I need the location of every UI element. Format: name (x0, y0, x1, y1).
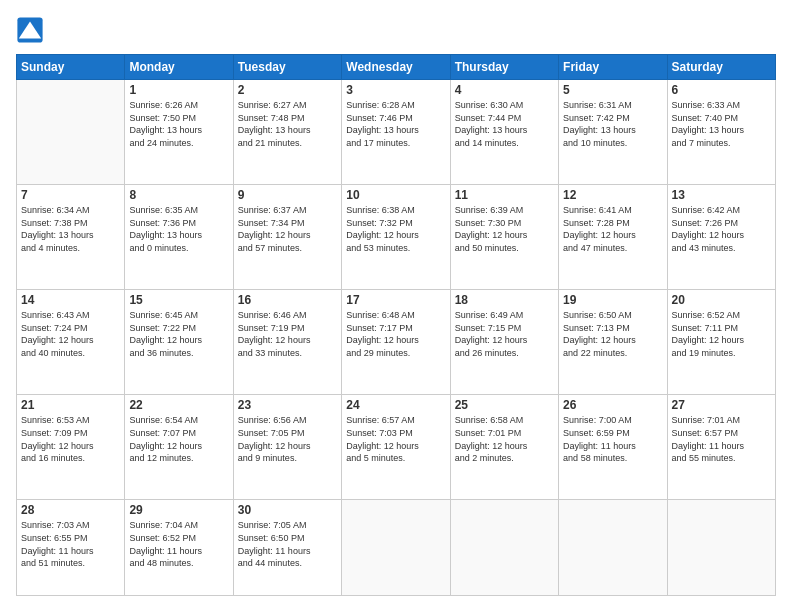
calendar-cell: 30Sunrise: 7:05 AM Sunset: 6:50 PM Dayli… (233, 500, 341, 596)
day-number: 16 (238, 293, 337, 307)
day-number: 29 (129, 503, 228, 517)
calendar-cell (450, 500, 558, 596)
calendar-cell: 29Sunrise: 7:04 AM Sunset: 6:52 PM Dayli… (125, 500, 233, 596)
calendar-cell: 24Sunrise: 6:57 AM Sunset: 7:03 PM Dayli… (342, 395, 450, 500)
day-number: 23 (238, 398, 337, 412)
day-info: Sunrise: 6:28 AM Sunset: 7:46 PM Dayligh… (346, 99, 445, 149)
day-info: Sunrise: 6:38 AM Sunset: 7:32 PM Dayligh… (346, 204, 445, 254)
day-info: Sunrise: 6:53 AM Sunset: 7:09 PM Dayligh… (21, 414, 120, 464)
calendar-cell: 17Sunrise: 6:48 AM Sunset: 7:17 PM Dayli… (342, 290, 450, 395)
calendar-cell: 13Sunrise: 6:42 AM Sunset: 7:26 PM Dayli… (667, 185, 775, 290)
day-number: 20 (672, 293, 771, 307)
calendar-cell: 6Sunrise: 6:33 AM Sunset: 7:40 PM Daylig… (667, 80, 775, 185)
day-info: Sunrise: 6:33 AM Sunset: 7:40 PM Dayligh… (672, 99, 771, 149)
calendar-cell: 23Sunrise: 6:56 AM Sunset: 7:05 PM Dayli… (233, 395, 341, 500)
logo (16, 16, 48, 44)
calendar-cell: 8Sunrise: 6:35 AM Sunset: 7:36 PM Daylig… (125, 185, 233, 290)
day-number: 19 (563, 293, 662, 307)
calendar-cell: 14Sunrise: 6:43 AM Sunset: 7:24 PM Dayli… (17, 290, 125, 395)
day-info: Sunrise: 6:39 AM Sunset: 7:30 PM Dayligh… (455, 204, 554, 254)
day-info: Sunrise: 6:50 AM Sunset: 7:13 PM Dayligh… (563, 309, 662, 359)
day-number: 2 (238, 83, 337, 97)
day-info: Sunrise: 7:04 AM Sunset: 6:52 PM Dayligh… (129, 519, 228, 569)
day-number: 11 (455, 188, 554, 202)
day-info: Sunrise: 6:43 AM Sunset: 7:24 PM Dayligh… (21, 309, 120, 359)
day-number: 26 (563, 398, 662, 412)
calendar-cell (342, 500, 450, 596)
day-info: Sunrise: 6:41 AM Sunset: 7:28 PM Dayligh… (563, 204, 662, 254)
day-number: 15 (129, 293, 228, 307)
calendar-cell: 3Sunrise: 6:28 AM Sunset: 7:46 PM Daylig… (342, 80, 450, 185)
col-header-wednesday: Wednesday (342, 55, 450, 80)
day-info: Sunrise: 6:30 AM Sunset: 7:44 PM Dayligh… (455, 99, 554, 149)
col-header-thursday: Thursday (450, 55, 558, 80)
calendar-cell (667, 500, 775, 596)
day-number: 1 (129, 83, 228, 97)
calendar-cell: 11Sunrise: 6:39 AM Sunset: 7:30 PM Dayli… (450, 185, 558, 290)
calendar-cell: 1Sunrise: 6:26 AM Sunset: 7:50 PM Daylig… (125, 80, 233, 185)
day-number: 18 (455, 293, 554, 307)
day-info: Sunrise: 6:48 AM Sunset: 7:17 PM Dayligh… (346, 309, 445, 359)
calendar-cell: 7Sunrise: 6:34 AM Sunset: 7:38 PM Daylig… (17, 185, 125, 290)
calendar-cell: 18Sunrise: 6:49 AM Sunset: 7:15 PM Dayli… (450, 290, 558, 395)
calendar-cell: 28Sunrise: 7:03 AM Sunset: 6:55 PM Dayli… (17, 500, 125, 596)
day-info: Sunrise: 6:58 AM Sunset: 7:01 PM Dayligh… (455, 414, 554, 464)
calendar-cell: 2Sunrise: 6:27 AM Sunset: 7:48 PM Daylig… (233, 80, 341, 185)
day-number: 7 (21, 188, 120, 202)
calendar-cell: 16Sunrise: 6:46 AM Sunset: 7:19 PM Dayli… (233, 290, 341, 395)
day-info: Sunrise: 6:27 AM Sunset: 7:48 PM Dayligh… (238, 99, 337, 149)
day-info: Sunrise: 7:00 AM Sunset: 6:59 PM Dayligh… (563, 414, 662, 464)
calendar-cell: 10Sunrise: 6:38 AM Sunset: 7:32 PM Dayli… (342, 185, 450, 290)
calendar-cell: 19Sunrise: 6:50 AM Sunset: 7:13 PM Dayli… (559, 290, 667, 395)
day-number: 24 (346, 398, 445, 412)
day-number: 22 (129, 398, 228, 412)
calendar-cell: 9Sunrise: 6:37 AM Sunset: 7:34 PM Daylig… (233, 185, 341, 290)
day-info: Sunrise: 6:57 AM Sunset: 7:03 PM Dayligh… (346, 414, 445, 464)
day-number: 30 (238, 503, 337, 517)
calendar-table: SundayMondayTuesdayWednesdayThursdayFrid… (16, 54, 776, 596)
day-number: 3 (346, 83, 445, 97)
day-info: Sunrise: 6:37 AM Sunset: 7:34 PM Dayligh… (238, 204, 337, 254)
day-number: 17 (346, 293, 445, 307)
day-number: 25 (455, 398, 554, 412)
day-number: 28 (21, 503, 120, 517)
day-number: 9 (238, 188, 337, 202)
calendar-cell (559, 500, 667, 596)
day-info: Sunrise: 6:34 AM Sunset: 7:38 PM Dayligh… (21, 204, 120, 254)
calendar-cell: 25Sunrise: 6:58 AM Sunset: 7:01 PM Dayli… (450, 395, 558, 500)
calendar-cell: 12Sunrise: 6:41 AM Sunset: 7:28 PM Dayli… (559, 185, 667, 290)
col-header-friday: Friday (559, 55, 667, 80)
day-number: 21 (21, 398, 120, 412)
day-info: Sunrise: 6:54 AM Sunset: 7:07 PM Dayligh… (129, 414, 228, 464)
day-info: Sunrise: 6:56 AM Sunset: 7:05 PM Dayligh… (238, 414, 337, 464)
calendar-cell: 4Sunrise: 6:30 AM Sunset: 7:44 PM Daylig… (450, 80, 558, 185)
day-number: 8 (129, 188, 228, 202)
day-info: Sunrise: 6:45 AM Sunset: 7:22 PM Dayligh… (129, 309, 228, 359)
day-info: Sunrise: 7:03 AM Sunset: 6:55 PM Dayligh… (21, 519, 120, 569)
day-info: Sunrise: 7:01 AM Sunset: 6:57 PM Dayligh… (672, 414, 771, 464)
day-info: Sunrise: 6:26 AM Sunset: 7:50 PM Dayligh… (129, 99, 228, 149)
day-info: Sunrise: 6:52 AM Sunset: 7:11 PM Dayligh… (672, 309, 771, 359)
day-info: Sunrise: 7:05 AM Sunset: 6:50 PM Dayligh… (238, 519, 337, 569)
day-number: 27 (672, 398, 771, 412)
calendar-cell: 22Sunrise: 6:54 AM Sunset: 7:07 PM Dayli… (125, 395, 233, 500)
calendar-cell: 26Sunrise: 7:00 AM Sunset: 6:59 PM Dayli… (559, 395, 667, 500)
day-number: 4 (455, 83, 554, 97)
col-header-saturday: Saturday (667, 55, 775, 80)
day-number: 12 (563, 188, 662, 202)
calendar-cell: 20Sunrise: 6:52 AM Sunset: 7:11 PM Dayli… (667, 290, 775, 395)
col-header-monday: Monday (125, 55, 233, 80)
calendar-cell: 5Sunrise: 6:31 AM Sunset: 7:42 PM Daylig… (559, 80, 667, 185)
day-number: 6 (672, 83, 771, 97)
day-number: 13 (672, 188, 771, 202)
calendar-cell: 21Sunrise: 6:53 AM Sunset: 7:09 PM Dayli… (17, 395, 125, 500)
calendar-cell: 15Sunrise: 6:45 AM Sunset: 7:22 PM Dayli… (125, 290, 233, 395)
logo-icon (16, 16, 44, 44)
day-number: 14 (21, 293, 120, 307)
header (16, 16, 776, 44)
day-number: 10 (346, 188, 445, 202)
day-info: Sunrise: 6:35 AM Sunset: 7:36 PM Dayligh… (129, 204, 228, 254)
day-info: Sunrise: 6:31 AM Sunset: 7:42 PM Dayligh… (563, 99, 662, 149)
col-header-tuesday: Tuesday (233, 55, 341, 80)
day-info: Sunrise: 6:42 AM Sunset: 7:26 PM Dayligh… (672, 204, 771, 254)
